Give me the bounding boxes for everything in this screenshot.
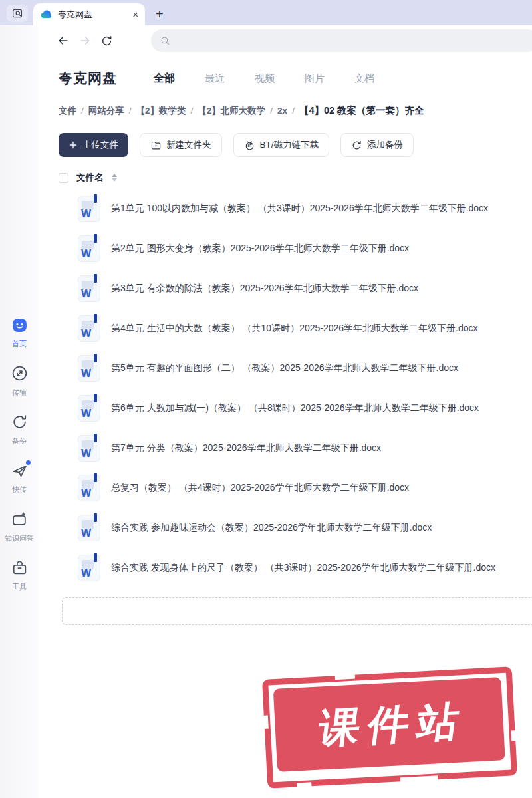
sidebar: 首页 传输 备份 快传 知识问答	[0, 25, 39, 798]
docx-file-icon: W	[78, 555, 100, 581]
sidebar-item-transfer[interactable]: 传输	[0, 364, 39, 398]
sidebar-item-label: 备份	[12, 436, 27, 446]
quark-logo-icon	[40, 8, 53, 21]
file-row[interactable]: W 第3单元 有余数的除法（教案）2025-2026学年北师大数学二年级下册.d…	[59, 269, 532, 309]
docx-file-icon: W	[78, 515, 100, 541]
file-row[interactable]: W 第6单元 大数加与减(一)（教案） （共8课时）2025-2026学年北师大…	[59, 388, 532, 428]
docx-file-icon: W	[78, 275, 100, 302]
tab-image[interactable]: 图片	[305, 72, 325, 85]
sidebar-item-label: 知识问答	[5, 533, 34, 543]
upload-dropzone[interactable]	[62, 597, 532, 625]
file-name: 综合实践 参加趣味运动会（教案）2025-2026学年北师大数学二年级下册.do…	[111, 522, 432, 534]
select-all-checkbox[interactable]	[59, 173, 68, 183]
browser-tab[interactable]: 夸克网盘 ×	[33, 3, 145, 25]
workspace-search-icon[interactable]	[7, 5, 28, 22]
file-row[interactable]: W 综合实践 发现身体上的尺子（教案） （共3课时）2025-2026学年北师大…	[59, 548, 532, 588]
sidebar-item-quick-send[interactable]: 快传	[0, 462, 39, 495]
notification-dot	[26, 460, 31, 465]
bt-download-icon: BT	[244, 140, 255, 151]
file-row[interactable]: W 第4单元 生活中的大数（教案） （共10课时）2025-2026学年北师大数…	[59, 309, 532, 348]
browser-tab-bar: 夸克网盘 × +	[0, 0, 532, 25]
file-name: 第2单元 图形大变身（教案）2025-2026学年北师大数学二年级下册.docx	[111, 243, 409, 255]
docx-file-icon: W	[78, 235, 100, 262]
stamp-inner: 课件站	[273, 677, 505, 772]
file-name: 总复习（教案） （共4课时）2025-2026学年北师大数学二年级下册.docx	[111, 482, 409, 494]
sidebar-item-label: 传输	[12, 388, 27, 398]
breadcrumb-item[interactable]: 2x	[277, 106, 287, 116]
tab-document[interactable]: 文档	[354, 72, 374, 85]
docx-file-icon: W	[78, 315, 100, 342]
file-row[interactable]: W 第1单元 100以内数加与减（教案） （共3课时）2025-2026学年北师…	[59, 189, 532, 229]
svg-text:BT: BT	[247, 144, 251, 148]
file-name: 第1单元 100以内数加与减（教案） （共3课时）2025-2026学年北师大数…	[111, 203, 488, 215]
sidebar-item-backup[interactable]: 备份	[0, 413, 39, 446]
file-list-header: 文件名	[59, 172, 532, 184]
docx-file-icon: W	[78, 355, 100, 382]
browser-search-input[interactable]	[151, 29, 532, 52]
docx-file-icon: W	[78, 435, 100, 462]
breadcrumb-item[interactable]: 【2】数学类	[136, 105, 186, 117]
breadcrumb-item[interactable]: 网站分享	[88, 105, 124, 117]
breadcrumb-separator: /	[191, 106, 194, 116]
paper-plane-icon	[11, 462, 29, 482]
file-name: 综合实践 发现身体上的尺子（教案） （共3课时）2025-2026学年北师大数学…	[111, 562, 495, 574]
breadcrumb-separator: /	[270, 106, 273, 116]
docx-file-icon: W	[78, 395, 100, 422]
courseware-stamp-watermark: 课件站	[262, 666, 517, 788]
file-name: 第7单元 分类（教案）2025-2026学年北师大数学二年级下册.docx	[111, 442, 381, 454]
column-filename: 文件名	[76, 172, 104, 184]
file-name: 第6单元 大数加与减(一)（教案） （共8课时）2025-2026学年北师大数学…	[111, 402, 479, 414]
file-name: 第5单元 有趣的平面图形（二） （教案）2025-2026学年北师大数学二年级下…	[111, 362, 458, 374]
folder-plus-icon	[150, 140, 162, 151]
breadcrumb-item[interactable]: 【2】北师大数学	[198, 105, 265, 117]
browser-nav-bar	[0, 25, 532, 56]
upload-file-button[interactable]: 上传文件	[59, 133, 128, 157]
breadcrumb: 文件 / 网站分享 / 【2】数学类 / 【2】北师大数学 / 2x / 【4】…	[59, 104, 532, 117]
tab-video[interactable]: 视频	[255, 72, 275, 85]
home-icon	[11, 316, 29, 336]
breadcrumb-separator: /	[292, 106, 295, 116]
back-icon[interactable]	[57, 34, 70, 47]
page-title: 夸克网盘	[59, 69, 117, 88]
sidebar-item-label: 工具	[12, 582, 27, 592]
sidebar-item-home[interactable]: 首页	[0, 316, 39, 349]
file-list: W 第1单元 100以内数加与减（教案） （共3课时）2025-2026学年北师…	[59, 189, 532, 588]
tab-all[interactable]: 全部	[154, 72, 175, 86]
file-row[interactable]: W 第2单元 图形大变身（教案）2025-2026学年北师大数学二年级下册.do…	[59, 229, 532, 269]
file-row[interactable]: W 第5单元 有趣的平面图形（二） （教案）2025-2026学年北师大数学二年…	[59, 348, 532, 388]
breadcrumb-separator: /	[81, 106, 84, 116]
new-tab-button[interactable]: +	[156, 7, 164, 21]
sidebar-item-tools[interactable]: 工具	[0, 559, 39, 592]
file-row[interactable]: W 总复习（教案） （共4课时）2025-2026学年北师大数学二年级下册.do…	[59, 468, 532, 508]
backup-sync-icon	[11, 413, 29, 434]
transfer-icon	[11, 364, 29, 385]
sidebar-item-label: 首页	[12, 339, 27, 349]
search-icon	[160, 35, 171, 47]
stamp-text: 课件站	[309, 692, 469, 757]
forward-icon[interactable]	[78, 34, 92, 47]
sort-toggle-icon[interactable]	[112, 174, 117, 182]
tab-close-icon[interactable]: ×	[132, 9, 138, 19]
toolbox-icon	[11, 559, 29, 579]
file-name: 第4单元 生活中的大数（教案） （共10课时）2025-2026学年北师大数学二…	[111, 323, 478, 334]
new-folder-button[interactable]: 新建文件夹	[140, 133, 222, 157]
main-content: 夸克网盘 全部 最近 视频 图片 文档 文件 / 网站分享 / 【2】数学类 /…	[39, 56, 532, 625]
file-row[interactable]: W 综合实践 参加趣味运动会（教案）2025-2026学年北师大数学二年级下册.…	[59, 508, 532, 548]
docx-file-icon: W	[78, 196, 100, 222]
add-backup-button[interactable]: 添加备份	[340, 133, 414, 157]
docx-file-icon: W	[78, 475, 100, 501]
breadcrumb-current: 【4】02 教案（第一套）齐全	[299, 104, 424, 117]
sidebar-item-label: 快传	[12, 485, 27, 495]
filter-tabs: 全部 最近 视频 图片 文档	[154, 72, 374, 86]
sidebar-item-knowledge-qa[interactable]: 知识问答	[0, 510, 39, 543]
bt-magnet-download-button[interactable]: BT BT/磁力链下载	[233, 133, 330, 157]
backup-circle-icon	[351, 140, 362, 151]
file-name: 第3单元 有余数的除法（教案）2025-2026学年北师大数学二年级下册.doc…	[111, 283, 418, 295]
breadcrumb-separator: /	[129, 106, 132, 116]
plus-icon	[68, 140, 78, 150]
breadcrumb-item[interactable]: 文件	[59, 105, 76, 117]
tab-title: 夸克网盘	[58, 9, 127, 21]
tab-recent[interactable]: 最近	[205, 72, 225, 85]
file-row[interactable]: W 第7单元 分类（教案）2025-2026学年北师大数学二年级下册.docx	[59, 428, 532, 468]
refresh-icon[interactable]	[100, 35, 113, 47]
